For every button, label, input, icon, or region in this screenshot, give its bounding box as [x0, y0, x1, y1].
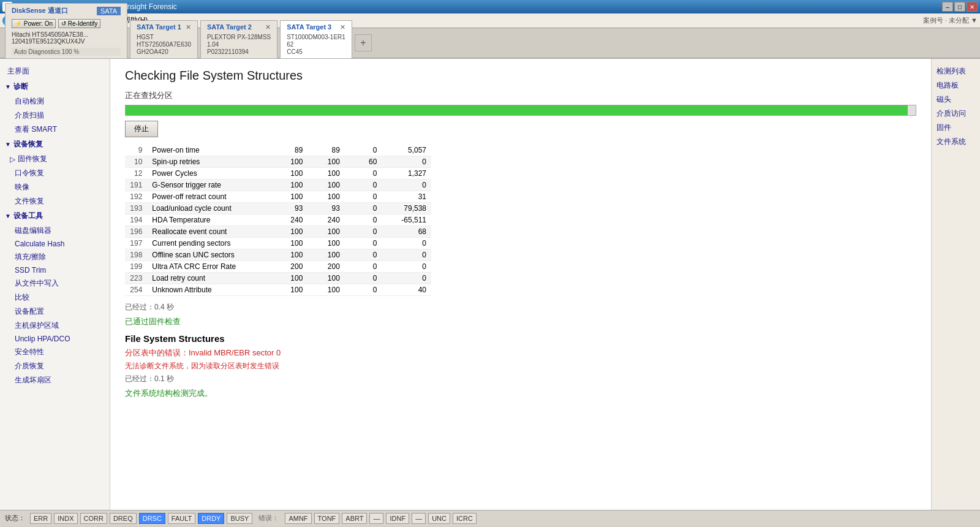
tab3-close-icon[interactable]: ✕ [340, 23, 345, 31]
tab2-title: SATA Target 2 [207, 23, 252, 31]
status-badge-drsc: DRSC [139, 513, 165, 524]
sidebar-group-diag[interactable]: ▼ 诊断 [0, 79, 110, 94]
sidebar-item-calc-hash[interactable]: Calculate Hash [0, 238, 110, 250]
right-link-media-access[interactable]: 介质访问 [937, 108, 975, 119]
tab-sata-target-2[interactable]: SATA Target 2 ✕ PLEXTOR PX-128MSS 1.04 P… [200, 20, 277, 58]
maximize-button[interactable]: □ [954, 2, 965, 12]
right-link-firmware[interactable]: 固件 [937, 123, 975, 133]
status-badge-tonf: TONF [314, 513, 340, 524]
table-row: 196 Reallocate event count 100 100 0 68 [125, 226, 431, 238]
power-on-button[interactable]: ⚡ Power: On [12, 19, 56, 28]
minimize-button[interactable]: – [942, 2, 953, 12]
sidebar-group-device-restore[interactable]: ▼ 设备恢复 [0, 137, 110, 152]
status-badge-dreq: DREQ [110, 513, 137, 524]
sidebar-item-gen-bad-sectors[interactable]: 生成坏扇区 [0, 373, 110, 387]
status-badge-fault: FAULT [168, 513, 195, 524]
sidebar-item-smart[interactable]: 查看 SMART [0, 123, 110, 137]
tab1-close-icon[interactable]: ✕ [186, 23, 191, 31]
sidebar-item-security[interactable]: 安全特性 [0, 345, 110, 359]
right-link-filesystem[interactable]: 文件系统 [937, 137, 975, 147]
status-badge-dash1: — [369, 513, 383, 524]
table-row: 199 Ultra ATA CRC Error Rate 200 200 0 0 [125, 261, 431, 273]
right-link-detection-list[interactable]: 检测列表 [937, 66, 975, 77]
window-controls: – □ ✕ [942, 2, 978, 12]
status-badge-busy: BUSY [227, 513, 252, 524]
sidebar-item-fill-erase[interactable]: 填充/擦除 [0, 250, 110, 264]
table-row: 194 HDA Temperature 240 240 0 -65,511 [125, 214, 431, 226]
table-row: 254 Unknown Attribute 100 100 0 40 [125, 284, 431, 296]
fs-heading: File System Structures [125, 333, 916, 344]
firmware-expand-icon: ▷ [10, 155, 15, 164]
tabbar: DiskSense 通道口 SATA ⚡ Power: On ↺ Re-Iden… [0, 28, 980, 59]
disk-info: Hitachi HTS545050A7E38... 120419TE95123Q… [12, 31, 88, 45]
sidebar-item-cmd[interactable]: 口令恢复 [0, 166, 110, 180]
statusbar: 状态： ERR INDX CORR DREQ DRSC FAULT DRDY B… [0, 510, 980, 526]
diag-expand-icon: ▼ [5, 83, 11, 90]
status-badge-err: ERR [30, 513, 51, 524]
sidebar-item-media-restore[interactable]: 介质恢复 [0, 359, 110, 373]
add-tab-button[interactable]: + [355, 34, 372, 51]
content-area: Checking File System Structures 正在查找分区 停… [110, 59, 931, 510]
sidebar-item-firmware[interactable]: ▷ 固件恢复 [0, 152, 110, 166]
smart-table: 9 Power-on time 89 89 0 5,057 10 Spin-up… [125, 145, 431, 296]
tab3-info: ST1000DM003-1ER1 62 CC45 [287, 34, 345, 56]
status-badge-idnf: IDNF [386, 513, 409, 524]
table-row: 223 Load retry count 100 100 0 0 [125, 273, 431, 284]
tab3-title: SATA Target 3 [287, 23, 331, 31]
sidebar-item-file-restore[interactable]: 文件恢复 [0, 194, 110, 208]
status-badge-dash2: — [412, 513, 426, 524]
time-elapsed-2: 已经过：0.1 秒 [125, 374, 916, 384]
status-label: 状态： [5, 514, 25, 523]
main-area: 主界面 ▼ 诊断 自动检测 介质扫描 查看 SMART ▼ 设备恢复 ▷ 固件恢… [0, 59, 980, 510]
close-button[interactable]: ✕ [967, 2, 978, 12]
table-row: 192 Power-off retract count 100 100 0 31 [125, 191, 431, 203]
sidebar-item-mediascan[interactable]: 介质扫描 [0, 108, 110, 123]
page-title: Checking File System Structures [125, 69, 916, 83]
tab1-info: HGST HTS725050A7E630 GH2OA420 [137, 34, 191, 56]
device-restore-expand-icon: ▼ [5, 141, 11, 148]
progress-bar-container [125, 105, 916, 116]
status-badge-amnf: AMNF [285, 513, 311, 524]
firmware-pass-text[interactable]: 已通过固件检查 [125, 316, 916, 327]
sidebar-group-device-tools[interactable]: ▼ 设备工具 [0, 208, 110, 224]
sidebar-item-hpa[interactable]: 主机保护区域 [0, 319, 110, 333]
right-link-circuit-board[interactable]: 电路板 [937, 80, 975, 91]
sidebar-item-image[interactable]: 映像 [0, 180, 110, 194]
table-row: 9 Power-on time 89 89 0 5,057 [125, 145, 431, 156]
titlebar: AI Diagnostics in progress... – Atola In… [0, 0, 980, 13]
sata-badge: SATA [97, 7, 121, 15]
status-badge-icrc: ICRC [453, 513, 477, 524]
time-elapsed-1: 已经过：0.4 秒 [125, 302, 916, 313]
table-row: 191 G-Sensor trigger rate 100 100 0 0 [125, 180, 431, 191]
sidebar-item-ssd-trim[interactable]: SSD Trim [0, 264, 110, 276]
sidebar: 主界面 ▼ 诊断 自动检测 介质扫描 查看 SMART ▼ 设备恢复 ▷ 固件恢… [0, 59, 110, 510]
table-row: 193 Load/unload cycle count 93 93 0 79,5… [125, 203, 431, 214]
table-row: 12 Power Cycles 100 100 0 1,327 [125, 168, 431, 180]
tab-disksense[interactable]: DiskSense 通道口 SATA ⚡ Power: On ↺ Re-Iden… [5, 3, 127, 58]
sidebar-item-device-config[interactable]: 设备配置 [0, 305, 110, 319]
tab2-close-icon[interactable]: ✕ [265, 23, 271, 31]
re-identify-button[interactable]: ↺ Re-Identify [58, 19, 100, 28]
status-badge-corr: CORR [80, 513, 107, 524]
device-tools-expand-icon: ▼ [5, 213, 11, 219]
tab1-title: SATA Target 1 [137, 23, 181, 31]
sidebar-item-unclip-hpa[interactable]: Unclip HPA/DCO [0, 333, 110, 345]
sidebar-item-compare[interactable]: 比较 [0, 290, 110, 305]
disksense-label: DiskSense 通道口 [12, 6, 68, 15]
status-badge-indx: INDX [54, 513, 77, 524]
tab-sata-target-1[interactable]: SATA Target 1 ✕ HGST HTS725050A7E630 GH2… [130, 20, 198, 58]
sidebar-item-main[interactable]: 主界面 [0, 64, 110, 79]
sidebar-item-disk-editor[interactable]: 磁盘编辑器 [0, 224, 110, 238]
status-divider: 错误： [258, 514, 279, 523]
error-detail: 无法诊断文件系统，因为读取分区表时发生错误 [125, 361, 916, 371]
progress-bar-fill [126, 105, 908, 115]
progress-label: 正在查找分区 [125, 90, 916, 101]
tab-sata-target-3[interactable]: SATA Target 3 ✕ ST1000DM003-1ER1 62 CC45 [280, 20, 352, 58]
auto-diagnostics: Auto Diagnostics 100 % [12, 48, 121, 56]
stop-button[interactable]: 停止 [125, 121, 158, 137]
sidebar-item-autodetect[interactable]: 自动检测 [0, 94, 110, 108]
case-number[interactable]: 案例号 · 未分配 ▼ [923, 16, 978, 25]
right-link-heads[interactable]: 磁头 [937, 94, 975, 105]
sidebar-item-write-from-file[interactable]: 从文件中写入 [0, 276, 110, 290]
complete-text: 文件系统结构检测完成。 [125, 388, 916, 399]
